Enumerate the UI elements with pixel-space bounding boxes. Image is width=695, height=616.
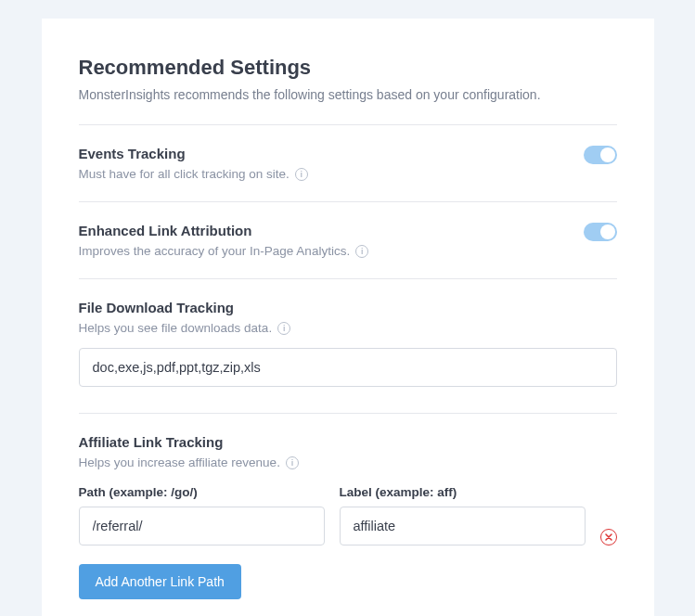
events-tracking-desc-text: Must have for all click tracking on site…: [79, 167, 290, 181]
enhanced-link-desc: Improves the accuracy of your In-Page An…: [79, 244, 584, 258]
remove-row-wrapper: [600, 484, 617, 545]
info-icon[interactable]: i: [277, 322, 290, 335]
file-download-desc: Helps you see file downloads data. i: [79, 321, 617, 335]
affiliate-label-col: Label (example: aff): [340, 485, 586, 545]
enhanced-link-desc-text: Improves the accuracy of your In-Page An…: [79, 244, 351, 258]
events-tracking-info: Events Tracking Must have for all click …: [79, 146, 584, 181]
file-download-title: File Download Tracking: [79, 300, 617, 315]
info-icon[interactable]: i: [286, 456, 299, 469]
events-tracking-desc: Must have for all click tracking on site…: [79, 167, 584, 181]
enhanced-link-title: Enhanced Link Attribution: [79, 223, 584, 238]
events-tracking-row: Events Tracking Must have for all click …: [79, 125, 617, 201]
affiliate-title: Affiliate Link Tracking: [79, 434, 617, 450]
affiliate-section: Affiliate Link Tracking Helps you increa…: [79, 414, 617, 616]
file-download-section: File Download Tracking Helps you see fil…: [79, 279, 617, 413]
page-subtitle: MonsterInsights recommends the following…: [79, 87, 617, 102]
affiliate-field-row: Path (example: /go/) Label (example: aff…: [79, 484, 617, 545]
enhanced-link-row: Enhanced Link Attribution Improves the a…: [79, 202, 617, 278]
info-icon[interactable]: i: [355, 245, 368, 258]
enhanced-link-info: Enhanced Link Attribution Improves the a…: [79, 223, 584, 258]
events-tracking-title: Events Tracking: [79, 146, 584, 161]
enhanced-link-toggle[interactable]: [584, 223, 617, 241]
affiliate-path-label: Path (example: /go/): [79, 485, 325, 499]
page-title: Recommended Settings: [79, 56, 617, 80]
info-icon[interactable]: i: [295, 168, 308, 181]
events-tracking-toggle[interactable]: [584, 146, 617, 164]
affiliate-desc: Helps you increase affiliate revenue. i: [79, 456, 617, 469]
file-download-input[interactable]: [79, 348, 617, 387]
settings-card: Recommended Settings MonsterInsights rec…: [42, 19, 654, 616]
affiliate-label-input[interactable]: [340, 507, 586, 545]
file-download-desc-text: Helps you see file downloads data.: [79, 321, 273, 335]
affiliate-path-col: Path (example: /go/): [79, 485, 325, 545]
remove-row-icon[interactable]: [600, 529, 617, 545]
close-icon: [605, 533, 612, 541]
affiliate-desc-text: Helps you increase affiliate revenue.: [79, 456, 280, 469]
add-link-path-button[interactable]: Add Another Link Path: [79, 564, 241, 599]
affiliate-label-label: Label (example: aff): [340, 485, 586, 499]
affiliate-path-input[interactable]: [79, 507, 325, 545]
